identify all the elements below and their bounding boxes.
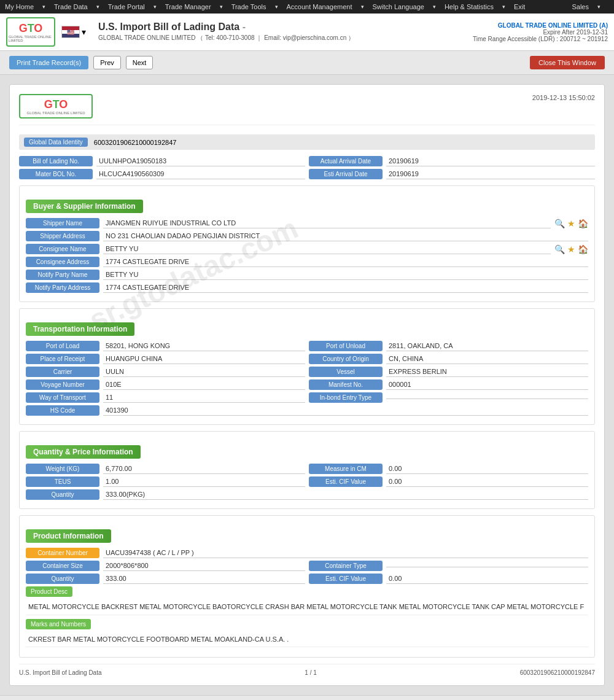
hs-code-value: 401390 [103,405,588,416]
flag-us: 🇺🇸 [61,26,80,38]
shipper-name-row: Shipper Name JIANGMEN RUIYUE INDUSTRIAL … [26,218,588,228]
bol-cell: Bill of Lading No. UULNHPOA19050183 [19,156,305,166]
actual-arrival-value: 20190619 [386,156,595,166]
voyage-label: Voyage Number [26,379,99,390]
place-country-row: Place of Receipt HUANGPU CHINA Country o… [26,354,588,364]
page-title: U.S. Import Bill of Lading Data - [98,21,473,33]
print-button[interactable]: Print Trade Record(s) [9,56,88,69]
consignee-name-icons: 🔍 ★ 🏠 [554,244,588,254]
esti-arrival-value: 20190619 [386,169,595,179]
close-button[interactable]: Close This Window [530,56,605,69]
marks-value: CKREST BAR METAL MOTORCYCLE FOOTBOARD ME… [26,632,588,648]
weight-measure-row: Weight (KG) 6,770.00 Measure in CM 0.00 [26,464,588,474]
consignee-address-value: 1774 CASTLEGATE DRIVE [103,257,588,267]
product-quantity-label: Quantity [26,574,99,584]
marks-block: Marks and Numbers CKREST BAR METAL MOTOR… [26,619,588,648]
inbond-value [386,396,588,399]
record-header: GTO GLOBAL TRADE ONLINE LIMITED 2019-12-… [19,94,595,125]
way-transport-label: Way of Transport [26,392,99,403]
esti-cif-value: 0.00 [386,476,588,487]
top-navigation: My Home ▾ Trade Data ▾ Trade Portal ▾ Tr… [0,0,614,14]
record-card: GTO GLOBAL TRADE ONLINE LIMITED 2019-12-… [9,84,605,686]
shipper-address-value: NO 231 CHAOLIAN DADAO PENGJIAN DISTRICT [103,231,588,241]
nav-my-home[interactable]: My Home [5,3,34,10]
nav-trade-tools[interactable]: Trade Tools [231,3,266,10]
star-icon[interactable]: ★ [567,244,575,254]
notify-name-row: Notify Party Name BETTY YU [26,270,588,280]
place-receipt-label: Place of Receipt [26,354,99,364]
global-data-identity-row: Global Data Identity 6003201906210000192… [19,134,595,150]
container-size-label: Container Size [26,561,99,571]
next-button[interactable]: Next [126,56,154,69]
prev-button[interactable]: Prev [93,56,121,69]
quantity-row: Quantity 333.00(PKG) [26,489,588,500]
product-section: Product Information Container Number UAC… [19,515,595,658]
bol-value: UULNHPOA19050183 [96,156,305,166]
shipper-name-value: JIANGMEN RUIYUE INDUSTRIAL CO LTD [103,218,551,228]
weight-label: Weight (KG) [26,464,99,474]
transport-inbond-row: Way of Transport 11 In-bond Entry Type [26,392,588,403]
nav-trade-portal[interactable]: Trade Portal [108,3,145,10]
nav-trade-data[interactable]: Trade Data [54,3,88,10]
logo: GTO GLOBAL TRADE ONLINE LIMITED [6,17,55,47]
shipper-address-label: Shipper Address [26,231,99,241]
record-footer-id: 6003201906210000192847 [520,669,595,676]
nav-account-management[interactable]: Account Management [287,3,352,10]
record-body: sr.gtodatac.com Global Data Identity 600… [19,134,595,676]
actual-arrival-cell: Actual Arrival Date 20190619 [309,156,595,166]
buyer-supplier-header: Buyer & Supplier Information [26,200,143,213]
home-icon[interactable]: 🏠 [578,244,588,254]
nav-switch-language[interactable]: Switch Language [373,3,424,10]
account-company: GLOBAL TRADE ONLINE LIMITED (A) [473,22,608,29]
consignee-name-label: Consignee Name [26,244,99,254]
product-desc-label: Product Desc [26,586,72,597]
search-icon[interactable]: 🔍 [554,244,565,254]
logo-area: GTO GLOBAL TRADE ONLINE LIMITED [6,17,55,47]
buyer-supplier-section: Buyer & Supplier Information Shipper Nam… [19,185,595,302]
consignee-address-label: Consignee Address [26,257,99,267]
quantity-value: 333.00(PKG) [103,489,588,500]
teus-value: 1.00 [103,476,305,487]
search-icon[interactable]: 🔍 [554,219,565,228]
nav-sales[interactable]: Sales [572,3,589,10]
quantity-price-header: Quantity & Price Information [26,445,141,459]
nav-trade-manager[interactable]: Trade Manager [165,3,211,10]
consignee-name-value: BETTY YU [103,244,551,254]
measure-value: 0.00 [386,464,588,474]
header-bar: GTO GLOBAL TRADE ONLINE LIMITED 🇺🇸 ▾ U.S… [0,14,614,51]
expire-date: Expire After 2019-12-31 [473,29,608,36]
mater-bol-cell: Mater BOL No. HLCUCA4190560309 [19,169,305,179]
record-footer: U.S. Import Bill of Lading Data 1 / 1 60… [19,664,595,676]
container-size-type-row: Container Size 2000*806*800 Container Ty… [26,561,588,571]
container-type-label: Container Type [309,561,383,571]
transportation-header: Transportation Information [26,322,134,336]
product-esti-cif-value: 0.00 [386,574,588,584]
voyage-value: 010E [103,379,305,390]
product-desc-block: Product Desc METAL MOTORCYCLE BACKREST M… [26,586,588,615]
header-subtitle: GLOBAL TRADE ONLINE LIMITED （ Tel: 400-7… [98,34,473,42]
hs-code-label: HS Code [26,405,99,416]
country-origin-value: CN, CHINA [386,354,588,364]
shipper-name-label: Shipper Name [26,218,99,228]
mater-bol-value: HLCUCA4190560309 [96,169,305,179]
notify-name-value: BETTY YU [103,270,588,280]
nav-help-statistics[interactable]: Help & Statistics [445,3,494,10]
vessel-value: EXPRESS BERLIN [386,367,588,377]
port-unload-label: Port of Unload [309,341,383,351]
carrier-vessel-row: Carrier UULN Vessel EXPRESS BERLIN [26,367,588,377]
star-icon[interactable]: ★ [567,219,575,228]
global-data-identity-value: 6003201906210000192847 [94,139,177,146]
shipper-name-icons: 🔍 ★ 🏠 [554,219,588,228]
ldr-range: Time Range Accessible (LDR) : 200712 ~ 2… [473,36,608,42]
home-icon[interactable]: 🏠 [578,219,588,228]
esti-arrival-label: Esti Arrival Date [309,169,383,179]
measure-label: Measure in CM [309,464,383,474]
transportation-section: Transportation Information Port of Load … [19,308,595,425]
port-row: Port of Load 58201, HONG KONG Port of Un… [26,341,588,351]
nav-exit[interactable]: Exit [514,3,525,10]
notify-address-label: Notify Party Address [26,282,99,293]
container-number-row: Container Number UACU3947438 ( AC / L / … [26,548,588,558]
hs-code-row: HS Code 401390 [26,405,588,416]
container-type-value [386,564,588,567]
header-account-info: GLOBAL TRADE ONLINE LIMITED (A) Expire A… [473,22,608,42]
